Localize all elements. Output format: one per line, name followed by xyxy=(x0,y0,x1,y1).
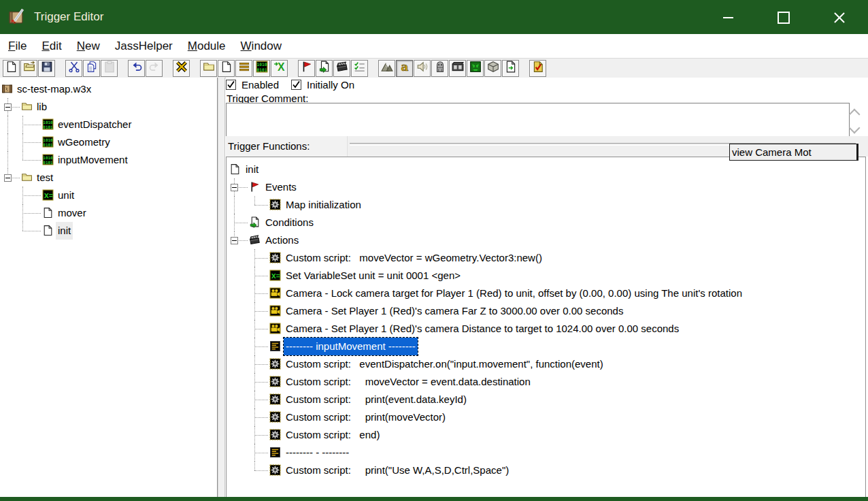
function-tree-row[interactable]: Actions xyxy=(227,231,865,249)
function-tree-row[interactable]: Camera - Set Player 1 (Red)'s camera Far… xyxy=(227,302,865,320)
trigger-tree-row[interactable]: test xyxy=(0,169,217,187)
campaign-editor-button[interactable] xyxy=(449,60,466,77)
cube-icon xyxy=(487,61,499,76)
gear-icon xyxy=(269,411,281,423)
trigger-tree-row-label: eventDispatcher xyxy=(56,116,133,133)
minimize-button[interactable] xyxy=(713,7,743,29)
checklist-button[interactable] xyxy=(351,60,368,77)
cut-button[interactable] xyxy=(65,60,82,77)
scroll-up-icon[interactable] xyxy=(849,109,861,120)
function-tree-row[interactable]: Events xyxy=(227,178,865,196)
menu-file[interactable]: File xyxy=(1,39,34,53)
menu-new[interactable]: New xyxy=(69,39,107,53)
tree-guide xyxy=(254,346,268,347)
trigger-tree-row[interactable]: 10100101eventDispatcher xyxy=(0,116,217,133)
floppy-icon xyxy=(41,61,53,76)
function-tree-row[interactable]: Camera - Set Player 1 (Red)'s camera Dis… xyxy=(227,320,865,338)
close-button[interactable] xyxy=(824,7,854,29)
trigger-tree-row[interactable]: 10100101wGeometry xyxy=(0,133,217,151)
menu-module[interactable]: Module xyxy=(180,39,233,53)
menu-jasshelper[interactable]: JassHelper xyxy=(107,39,180,53)
preview-camera-button[interactable]: view Camera Mot xyxy=(729,144,858,161)
camera-icon xyxy=(269,287,281,299)
function-tree-row[interactable]: Custom script: moveVector = event.data.d… xyxy=(227,373,865,391)
new-category-button[interactable] xyxy=(200,60,217,77)
window-bottom-border xyxy=(0,497,868,501)
function-tree-row[interactable]: Map initialization xyxy=(227,196,865,214)
ai-editor-button[interactable] xyxy=(467,60,484,77)
object-editor-button[interactable] xyxy=(431,60,448,77)
function-tree-row[interactable]: Custom script: moveVector = wGeometry.Ve… xyxy=(227,249,865,267)
function-tree-row[interactable]: Camera - Lock camera target for Player 1… xyxy=(227,285,865,302)
function-tree-row[interactable]: x=Set VariableSet unit = unit 0001 <gen> xyxy=(227,267,865,285)
terrain-editor-button[interactable] xyxy=(378,60,395,77)
function-tree-row-label: Events xyxy=(263,178,299,196)
trigger-tree-row[interactable]: sc-test-map.w3x xyxy=(0,80,217,98)
comment-dark-icon xyxy=(269,340,281,352)
svg-text:a: a xyxy=(401,61,408,73)
trigger-tree-row[interactable]: init xyxy=(0,222,217,240)
variable-icon: x= xyxy=(269,270,281,281)
tree-guide xyxy=(22,142,41,143)
function-tree-row[interactable]: Custom script: print(moveVector) xyxy=(227,408,865,426)
object-manager-button[interactable] xyxy=(484,60,501,77)
trigger-comment-input[interactable] xyxy=(226,103,850,138)
function-tree-row[interactable]: Custom script: print("Use W,A,S,D,Ctrl,S… xyxy=(227,462,865,479)
maximize-button[interactable] xyxy=(769,7,799,29)
function-tree-row[interactable]: -------- - -------- xyxy=(227,444,865,462)
trigger-functions-tree: initEventsMap initializationConditionsAc… xyxy=(226,157,866,497)
new-comment-button[interactable] xyxy=(235,60,252,77)
tree-guide xyxy=(254,311,268,312)
collapse-expander[interactable] xyxy=(4,174,12,182)
new-event-button[interactable] xyxy=(298,60,315,77)
function-tree-row[interactable]: Conditions xyxy=(227,214,865,231)
tree-guide xyxy=(254,435,268,436)
tree-guide xyxy=(7,133,8,151)
sound-editor-button[interactable] xyxy=(414,60,431,77)
copy-button[interactable] xyxy=(83,60,100,77)
enabled-checkbox[interactable]: Enabled xyxy=(226,79,279,91)
maximize-icon xyxy=(778,12,790,24)
panel-splitter[interactable] xyxy=(218,78,225,497)
paste-icon xyxy=(103,61,116,76)
page-icon xyxy=(42,207,54,219)
open-map-button[interactable] xyxy=(20,60,37,77)
binary-icon: 10100101 xyxy=(42,118,54,130)
save-map-button[interactable] xyxy=(38,60,55,77)
collapse-expander[interactable] xyxy=(231,184,238,191)
menu-edit[interactable]: Edit xyxy=(34,39,69,53)
convert-custom-text-button[interactable]: 10100101 xyxy=(253,60,270,77)
new-action-button[interactable] xyxy=(333,60,350,77)
function-tree-row[interactable]: init xyxy=(227,161,865,178)
collapse-expander[interactable] xyxy=(4,103,12,111)
function-tree-row[interactable]: Custom script: eventDispatcher.on("input… xyxy=(227,355,865,373)
tree-guide xyxy=(7,151,8,169)
new-map-button[interactable] xyxy=(3,60,20,77)
trigger-tree-row[interactable]: lib xyxy=(0,98,217,116)
gear-icon xyxy=(269,252,281,263)
function-tree-row[interactable]: Custom script: print(event.data.keyId) xyxy=(227,391,865,408)
trigger-tree-row[interactable]: 10100101inputMovement xyxy=(0,151,217,169)
test-map-button[interactable] xyxy=(529,60,546,77)
initially-on-checkbox[interactable]: Initially On xyxy=(291,79,354,91)
new-condition-button[interactable] xyxy=(316,60,333,77)
svg-text:0101: 0101 xyxy=(43,142,53,147)
new-trigger-button[interactable] xyxy=(218,60,235,77)
trigger-tree-row[interactable]: mover xyxy=(0,204,217,222)
function-tree-row-label: Conditions xyxy=(263,214,316,231)
import-manager-button[interactable] xyxy=(502,60,519,77)
variables-button[interactable]: X xyxy=(271,60,288,77)
tree-guide xyxy=(254,453,268,453)
function-tree-row[interactable]: -------- inputMovement -------- xyxy=(227,338,865,355)
delete-button[interactable] xyxy=(173,60,190,77)
trigger-editor-button[interactable]: a xyxy=(396,60,413,77)
collapse-expander[interactable] xyxy=(231,237,238,244)
trigger-tree-row[interactable]: x=unit xyxy=(0,187,217,204)
menu-window[interactable]: Window xyxy=(233,39,289,53)
function-tree-row-label: Camera - Lock camera target for Player 1… xyxy=(284,285,744,302)
function-tree-row-label: Custom script: moveVector = event.data.d… xyxy=(284,373,533,391)
undo-button[interactable] xyxy=(128,60,145,77)
function-tree-row[interactable]: Custom script: end) xyxy=(227,426,865,444)
clapper-icon xyxy=(336,61,348,76)
scroll-down-icon[interactable] xyxy=(849,123,861,134)
